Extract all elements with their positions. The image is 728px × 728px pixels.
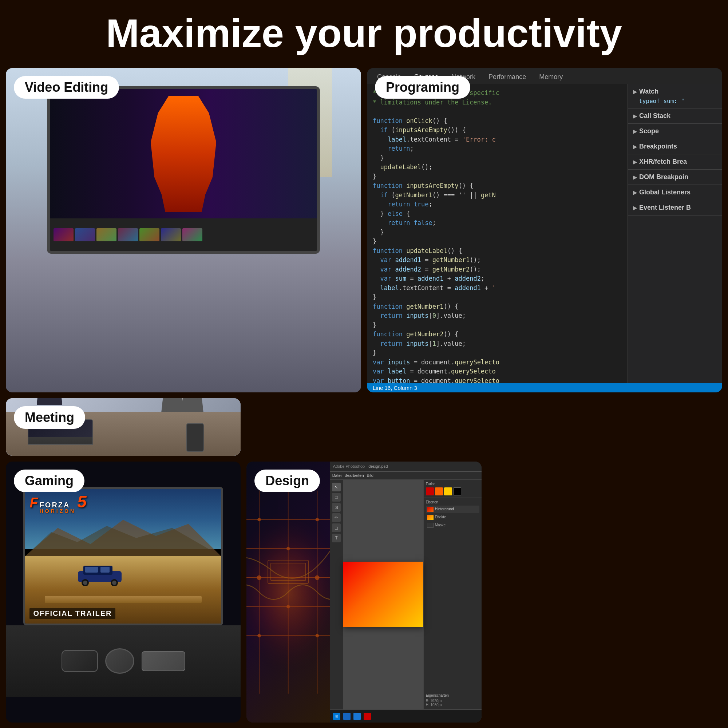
code-line-13: return true; [373,200,622,209]
tool-select[interactable]: □ [332,493,341,502]
thumbnail-2 [75,228,95,241]
tab-memory[interactable]: Memory [533,71,569,84]
event-section[interactable]: ▶ Event Listener B [628,200,722,216]
status-bar: Line 16, Column 3 [367,383,722,392]
ps-height: H: 1080px [426,703,479,707]
xhr-header[interactable]: ▶ XHR/fetch Brea [633,158,717,166]
layer-1-thumb [427,507,434,512]
svg-rect-4 [85,567,98,573]
taskbar-icon-3[interactable] [364,713,371,720]
xhr-label: XHR/fetch Brea [639,158,687,166]
ps-properties-panel: Eigenschaften B: 1920px H: 1080px [424,691,482,710]
ps-layer-1[interactable]: Hintergrund [426,506,479,513]
mini-pc [142,651,185,671]
code-line-23: } [373,293,622,302]
scope-section[interactable]: ▶ Scope [628,124,722,139]
canvas-gradient [343,562,423,627]
video-editing-background [6,68,361,392]
global-label: Global Listeners [639,188,691,196]
code-line-6: label.textContent = 'Error: c [373,135,622,145]
tool-crop[interactable]: ⊡ [332,503,341,512]
taskbar-icon-1[interactable] [343,713,350,720]
swatch-black[interactable] [453,487,461,496]
xhr-section[interactable]: ▶ XHR/fetch Brea [628,154,722,170]
watch-content: typeof sum: " [633,95,717,104]
watch-section[interactable]: ▶ Watch typeof sum: " [628,84,722,109]
ps-layer-3[interactable]: Maske [426,522,479,529]
ps-color-panel: Farbe [424,480,482,498]
page-title: Maximize your productivity [0,0,728,62]
official-trailer-badge: OFFICIAL TRAILER [29,608,115,619]
scope-arrow: ▶ [633,128,637,134]
forza-name: FORZA [40,501,76,509]
tool-eraser[interactable]: ◻ [332,523,341,532]
svg-point-26 [316,634,319,637]
forza-5: 5 [77,493,87,510]
circuit-svg [246,462,330,723]
scope-header[interactable]: ▶ Scope [633,127,717,135]
code-line-7: return; [373,144,622,154]
svg-point-22 [257,575,262,580]
monitor-bottom-bar [50,219,317,251]
layer-3-thumb [427,523,434,528]
ps-layer-2[interactable]: Effekte [426,514,479,521]
design-label: Design [254,470,320,492]
tab-performance[interactable]: Performance [483,71,532,84]
code-line-2: * limitations under the License. [373,98,622,107]
ps-menu-file[interactable]: Datei [332,473,342,477]
debug-panel: ▶ Watch typeof sum: " ▶ Call Stack ▶ [627,84,722,383]
global-section[interactable]: ▶ Global Listeners [628,185,722,200]
swatch-orange[interactable] [435,487,443,496]
swatch-yellow[interactable] [444,487,452,496]
svg-point-19 [257,518,261,521]
thumbnail-6 [161,228,181,241]
thumbnail-4 [118,228,138,241]
breakpoints-section[interactable]: ▶ Breakpoints [628,139,722,154]
swatch-red[interactable] [426,487,434,496]
gaming-content: F FORZA HORIZON 5 OFFICIAL TRAILER [6,462,241,723]
ps-file-name: design.psd [369,464,388,468]
ps-layers-label: Ebenen [426,500,479,504]
thumbnail-7 [182,228,202,241]
layer-2-thumb [427,515,434,520]
call-stack-section[interactable]: ▶ Call Stack [628,109,722,124]
code-line-24: function getNumber1() { [373,302,622,312]
tool-move[interactable]: ↖ [332,483,341,491]
code-line-16: } [373,228,622,237]
event-header[interactable]: ▶ Event Listener B [633,204,717,211]
dom-section[interactable]: ▶ DOM Breakpoin [628,170,722,185]
code-line-28: return inputs[1].value; [373,339,622,349]
ps-menu-image[interactable]: Bild [367,473,373,477]
breakpoints-header[interactable]: ▶ Breakpoints [633,143,717,150]
code-line-3 [373,107,622,116]
dom-arrow: ▶ [633,174,637,180]
bottom-row: Gaming [6,398,722,723]
code-editor[interactable]: * See the License for the specific * lim… [367,84,627,383]
ps-menu-edit[interactable]: Bearbeiten [344,473,364,477]
screen-person [50,89,317,219]
code-line-27: function getNumber2() { [373,330,622,339]
breakpoints-label: Breakpoints [639,143,677,150]
svg-point-9 [112,581,116,585]
code-line-15: return false; [373,219,622,228]
game-controller [61,650,98,672]
svg-rect-28 [271,563,306,581]
game-monitor: F FORZA HORIZON 5 OFFICIAL TRAILER [23,487,223,626]
ps-workspace: ↖ □ ⊡ ✏ ◻ T [330,480,482,710]
watch-header[interactable]: ▶ Watch [633,88,717,95]
svg-point-7 [83,581,87,585]
taskbar-icon-2[interactable] [353,713,361,720]
code-line-26: } [373,321,622,330]
call-stack-header[interactable]: ▶ Call Stack [633,112,717,120]
tool-brush[interactable]: ✏ [332,513,341,522]
code-line-14: } else { [373,209,622,219]
tool-text[interactable]: T [332,534,341,542]
ps-app-title: Adobe Photoshop [333,464,365,468]
dom-header[interactable]: ▶ DOM Breakpoin [633,173,717,181]
windows-start-icon[interactable]: ⊞ [333,713,340,720]
ps-taskbar: ⊞ [330,710,482,723]
layer-3-name: Maske [435,523,445,527]
global-header[interactable]: ▶ Global Listeners [633,188,717,196]
code-line-9: updateLabel(); [373,163,622,172]
event-label: Event Listener B [639,204,691,211]
